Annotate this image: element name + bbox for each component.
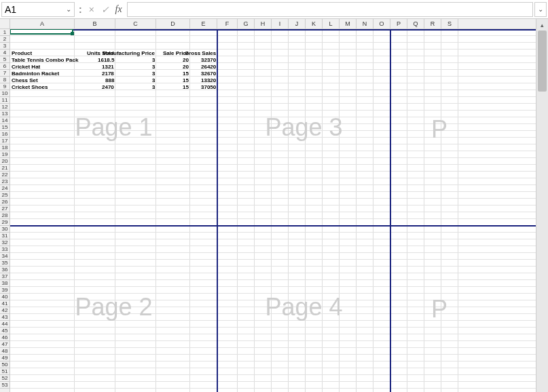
chevron-down-icon[interactable]: ⌄ — [66, 5, 71, 13]
cells-area[interactable]: Page 1Page 3Page 2Page 4PPProductUnits S… — [10, 29, 536, 392]
cell-D7[interactable]: 15 — [183, 71, 189, 77]
cell-B6[interactable]: 1321 — [102, 64, 114, 70]
row-header-6[interactable]: 6 — [0, 63, 10, 70]
row-header-38[interactable]: 38 — [0, 280, 10, 287]
row-header-44[interactable]: 44 — [0, 321, 10, 328]
row-header-13[interactable]: 13 — [0, 111, 10, 117]
cell-C9[interactable]: 3 — [152, 84, 155, 90]
cell-A8[interactable]: Chess Set — [12, 77, 38, 83]
row-header-20[interactable]: 20 — [0, 158, 10, 165]
row-header-27[interactable]: 27 — [0, 205, 10, 212]
row-header-2[interactable]: 2 — [0, 36, 10, 43]
fx-icon[interactable]: fx — [112, 2, 126, 17]
cell-B5[interactable]: 1618.5 — [98, 57, 114, 63]
row-header-45[interactable]: 45 — [0, 328, 10, 334]
column-header-K[interactable]: K — [306, 19, 323, 28]
cell-E8[interactable]: 13320 — [201, 77, 216, 83]
row-header-14[interactable]: 14 — [0, 117, 10, 124]
cell-B9[interactable]: 2470 — [102, 84, 114, 90]
cell-E7[interactable]: 32670 — [201, 71, 216, 77]
column-header-E[interactable]: E — [190, 19, 217, 28]
select-all-corner[interactable] — [0, 19, 10, 29]
row-header-15[interactable]: 15 — [0, 124, 10, 131]
cell-A4[interactable]: Product — [12, 50, 32, 56]
column-header-C[interactable]: C — [115, 19, 156, 28]
row-header-30[interactable]: 30 — [0, 226, 10, 233]
cell-C5[interactable]: 3 — [152, 57, 155, 63]
cell-D8[interactable]: 15 — [183, 77, 189, 83]
cancel-icon[interactable]: × — [85, 2, 98, 17]
column-header-B[interactable]: B — [75, 19, 115, 28]
column-header-S[interactable]: S — [441, 19, 458, 28]
scroll-thumb[interactable] — [538, 31, 547, 92]
formula-input[interactable] — [127, 2, 533, 17]
column-header-G[interactable]: G — [238, 19, 255, 28]
row-header-9[interactable]: 9 — [0, 83, 10, 90]
row-header-31[interactable]: 31 — [0, 233, 10, 239]
vertical-scrollbar[interactable]: ▴ — [536, 19, 548, 392]
column-header-P[interactable]: P — [390, 19, 407, 28]
row-header-40[interactable]: 40 — [0, 294, 10, 300]
row-header-42[interactable]: 42 — [0, 307, 10, 314]
cell-B7[interactable]: 2178 — [102, 71, 114, 77]
row-header-19[interactable]: 19 — [0, 151, 10, 158]
cell-A9[interactable]: Cricket Shoes — [12, 84, 48, 90]
row-header-35[interactable]: 35 — [0, 260, 10, 267]
column-header-N[interactable]: N — [357, 19, 373, 28]
row-header-29[interactable]: 29 — [0, 219, 10, 226]
row-header-33[interactable]: 33 — [0, 246, 10, 253]
row-header-48[interactable]: 48 — [0, 348, 10, 355]
row-header-3[interactable]: 3 — [0, 43, 10, 50]
cell-C6[interactable]: 3 — [152, 64, 155, 70]
row-header-52[interactable]: 52 — [0, 375, 10, 382]
row-header-47[interactable]: 47 — [0, 341, 10, 348]
row-header-4[interactable]: 4 — [0, 50, 10, 56]
column-header-R[interactable]: R — [424, 19, 441, 28]
row-header-24[interactable]: 24 — [0, 185, 10, 192]
scroll-up-icon[interactable]: ▴ — [536, 19, 548, 31]
row-header-34[interactable]: 34 — [0, 253, 10, 260]
cell-C4[interactable]: Manufacturing Price — [103, 50, 155, 56]
row-header-32[interactable]: 32 — [0, 239, 10, 246]
cell-E5[interactable]: 32370 — [201, 57, 216, 63]
cell-D5[interactable]: 20 — [183, 57, 189, 63]
cell-C7[interactable]: 3 — [152, 71, 155, 77]
row-header-16[interactable]: 16 — [0, 131, 10, 138]
name-box[interactable]: A1 ⌄ — [1, 2, 75, 17]
column-header-M[interactable]: M — [340, 19, 357, 28]
cell-D6[interactable]: 20 — [183, 64, 189, 70]
row-header-25[interactable]: 25 — [0, 192, 10, 199]
cell-D9[interactable]: 15 — [183, 84, 189, 90]
cell-E6[interactable]: 26420 — [201, 64, 216, 70]
row-header-49[interactable]: 49 — [0, 355, 10, 361]
column-header-F[interactable]: F — [217, 19, 238, 28]
row-header-21[interactable]: 21 — [0, 165, 10, 172]
row-header-7[interactable]: 7 — [0, 70, 10, 77]
accept-icon[interactable]: ✓ — [98, 2, 112, 17]
active-cell[interactable] — [10, 29, 73, 35]
row-header-12[interactable]: 12 — [0, 104, 10, 111]
cell-E4[interactable]: Gross Sales — [185, 50, 216, 56]
cell-B8[interactable]: 888 — [105, 77, 114, 83]
column-header-H[interactable]: H — [255, 19, 272, 28]
row-header-26[interactable]: 26 — [0, 199, 10, 205]
row-header-28[interactable]: 28 — [0, 212, 10, 219]
cell-E9[interactable]: 37050 — [201, 84, 216, 90]
column-header-A[interactable]: A — [10, 19, 75, 28]
row-header-41[interactable]: 41 — [0, 300, 10, 307]
column-header-D[interactable]: D — [156, 19, 190, 28]
row-header-51[interactable]: 51 — [0, 368, 10, 375]
column-header-J[interactable]: J — [289, 19, 306, 28]
row-header-18[interactable]: 18 — [0, 144, 10, 151]
expand-formula-icon[interactable]: ⌄ — [534, 2, 547, 17]
cell-A6[interactable]: Cricket Hat — [12, 64, 40, 70]
row-header-17[interactable]: 17 — [0, 138, 10, 144]
column-header-L[interactable]: L — [323, 19, 340, 28]
row-header-11[interactable]: 11 — [0, 97, 10, 104]
column-header-I[interactable]: I — [272, 19, 289, 28]
row-header-8[interactable]: 8 — [0, 77, 10, 83]
column-header-Q[interactable]: Q — [407, 19, 424, 28]
cell-A7[interactable]: Badminton Racket — [12, 71, 59, 77]
row-header-39[interactable]: 39 — [0, 287, 10, 294]
row-header-46[interactable]: 46 — [0, 334, 10, 341]
